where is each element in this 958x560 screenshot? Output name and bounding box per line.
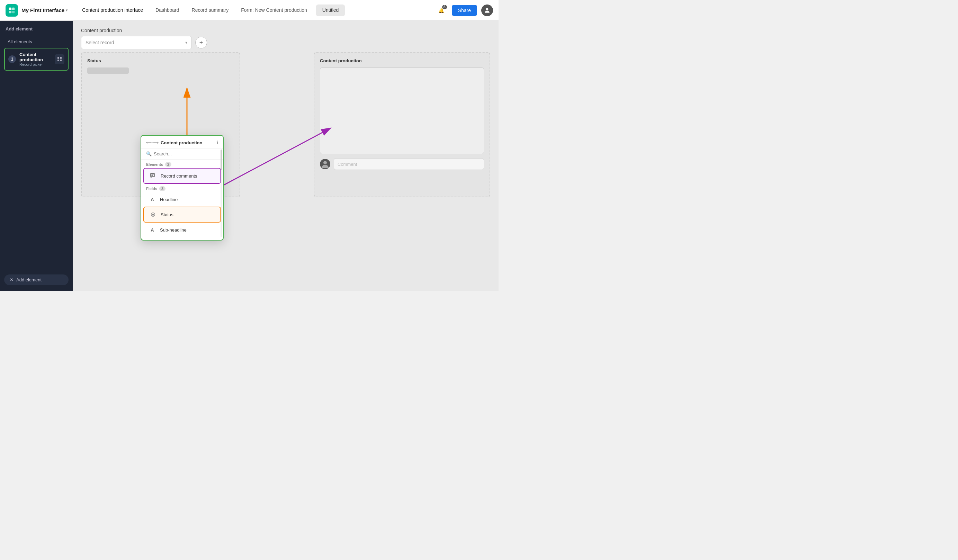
tab-record-summary[interactable]: Record summary: [186, 0, 235, 21]
popup-item-status[interactable]: Status: [143, 207, 221, 223]
app-logo[interactable]: [6, 4, 18, 17]
content-production-inner: [320, 68, 484, 154]
sidebar-title: Add element: [4, 26, 68, 32]
status-box-label: Status: [87, 58, 234, 63]
popup-section-elements-label: Elements 2: [141, 160, 223, 168]
svg-rect-1: [12, 7, 14, 10]
popup-search-input[interactable]: [154, 151, 218, 157]
main-area: Add element All elements 1 Content produ…: [0, 21, 498, 291]
sidebar-item-content-production[interactable]: 1 Content production Record picker: [4, 48, 68, 71]
app-name[interactable]: My First Interface ▾: [21, 7, 68, 13]
svg-rect-6: [60, 57, 62, 59]
svg-rect-5: [57, 57, 59, 59]
select-placeholder: Select record: [86, 40, 114, 45]
fields-count: 3: [159, 186, 165, 191]
share-button[interactable]: Share: [452, 5, 477, 16]
link-icon: ⟵◦⟶: [146, 141, 159, 145]
svg-rect-2: [9, 10, 11, 13]
tab-dashboard[interactable]: Dashboard: [149, 0, 186, 21]
search-icon: 🔍: [146, 151, 152, 157]
info-icon[interactable]: ℹ: [216, 140, 218, 146]
svg-rect-0: [9, 7, 11, 10]
record-picker-label: Content production: [81, 28, 490, 33]
svg-point-9: [324, 161, 327, 165]
app-name-chevron: ▾: [66, 8, 68, 12]
add-element-button[interactable]: ✕ Add element: [4, 274, 68, 285]
content-production-box: Content production Comment: [314, 52, 490, 197]
status-label: Status: [161, 212, 173, 217]
tab-form-new-content[interactable]: Form: New Content production: [235, 0, 313, 21]
comment-row: Comment: [320, 158, 484, 170]
comment-placeholder: Comment: [338, 161, 357, 167]
canvas: Content production Select record ▾ + Sta…: [73, 21, 498, 291]
sidebar: Add element All elements 1 Content produ…: [0, 21, 73, 291]
comment-input[interactable]: Comment: [334, 158, 484, 170]
notif-badge: 8: [442, 5, 447, 9]
popup-item-headline[interactable]: A Headline: [143, 192, 221, 207]
svg-point-18: [152, 214, 154, 215]
headline-label: Headline: [160, 197, 178, 202]
status-bar: [87, 68, 129, 74]
element-popup: ⟵◦⟶ Content production ℹ 🔍 Elements 2: [141, 135, 224, 240]
sidebar-item-all-elements[interactable]: All elements: [4, 36, 68, 48]
popup-item-sub-headline[interactable]: A Sub-headline: [143, 223, 221, 237]
sidebar-item-sub: Record picker: [19, 62, 51, 66]
user-avatar[interactable]: [481, 5, 493, 16]
popup-item-record-comments[interactable]: Record comments: [143, 168, 221, 184]
headline-icon: A: [148, 195, 157, 204]
chevron-down-icon: ▾: [185, 40, 187, 45]
popup-header: ⟵◦⟶ Content production ℹ: [141, 136, 223, 149]
plus-icon: +: [200, 39, 203, 46]
topnav-right: 🔔 8 Share: [435, 4, 493, 17]
grid-icon: [55, 54, 64, 64]
scroll-track: [220, 150, 222, 237]
content-production-box-label: Content production: [320, 58, 484, 63]
elements-count: 2: [165, 162, 171, 167]
tab-content-production-interface[interactable]: Content production interface: [76, 0, 149, 21]
status-icon: [149, 210, 157, 219]
add-element-label: Add element: [16, 277, 41, 282]
svg-rect-3: [12, 10, 14, 13]
svg-rect-8: [60, 60, 62, 61]
topnav: My First Interface ▾ Content production …: [0, 0, 498, 21]
popup-title: ⟵◦⟶ Content production: [146, 140, 203, 146]
all-elements-label: All elements: [8, 39, 32, 44]
scroll-thumb[interactable]: [220, 150, 222, 170]
sidebar-item-texts: Content production Record picker: [19, 52, 51, 66]
sub-headline-label: Sub-headline: [160, 228, 187, 233]
topnav-tabs: Content production interface Dashboard R…: [76, 0, 435, 21]
comment-avatar: [320, 159, 330, 169]
record-comments-icon: [149, 172, 157, 180]
record-comments-label: Record comments: [161, 173, 197, 179]
sidebar-item-number: 1: [8, 55, 16, 63]
record-select-dropdown[interactable]: Select record ▾: [81, 36, 192, 49]
sidebar-item-name: Content production: [19, 52, 51, 62]
sidebar-bottom: ✕ Add element: [4, 274, 68, 285]
tab-untitled[interactable]: Untitled: [316, 5, 345, 16]
close-icon: ✕: [10, 277, 14, 282]
svg-rect-7: [57, 60, 59, 61]
notifications-button[interactable]: 🔔 8: [435, 4, 448, 17]
add-record-button[interactable]: +: [195, 37, 207, 49]
record-picker-row: Select record ▾ +: [81, 36, 490, 49]
svg-point-4: [486, 8, 489, 10]
sub-headline-icon: A: [148, 226, 157, 234]
svg-rect-14: [151, 173, 155, 177]
popup-search: 🔍: [141, 149, 223, 160]
popup-section-fields-label: Fields 3: [141, 184, 223, 192]
